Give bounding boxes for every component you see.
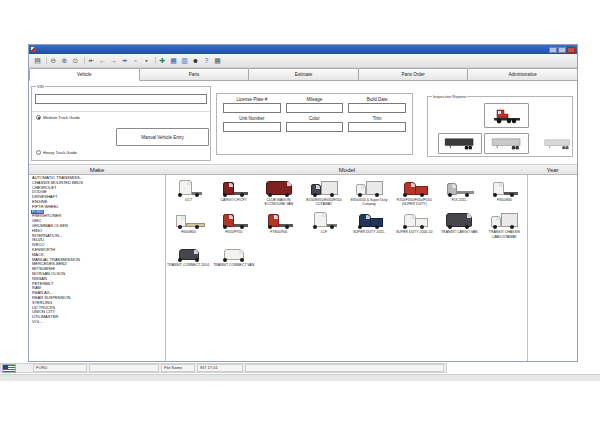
model-item[interactable]: TRANSIT CHASSIS CAB/CUTAWAY (482, 209, 527, 238)
add-vehicle-icon[interactable]: ✚ (157, 55, 168, 66)
model-item[interactable]: F250/F350/F450/F550 (SUPER DUTY) (392, 177, 437, 206)
model-label: CARGO CF/CFT (211, 197, 256, 206)
model-label: SUPER DUTY 2011- (347, 229, 392, 238)
trailer-inspection-button-3[interactable] (542, 134, 573, 153)
user-icon[interactable]: ☻ (190, 55, 201, 66)
manual-vehicle-entry-button[interactable]: Manual Vehicle Entry (116, 128, 209, 146)
model-label: TRANSIT CONNECT VAN (211, 262, 256, 271)
trailer-gray-icon (491, 137, 523, 150)
vin-panel-caption: VIN (36, 84, 45, 89)
bottom-strip (0, 374, 600, 381)
model-item[interactable]: F650/800 (482, 177, 527, 206)
model-label: F650/800 (482, 197, 527, 206)
model-item[interactable]: E350/450 & Super Duty Cutaway (347, 177, 392, 206)
mileage-field: Mileage (286, 96, 344, 115)
model-item[interactable]: FT800/900 (256, 209, 301, 238)
tab-vehicle[interactable]: Vehicle (29, 68, 140, 81)
field-input[interactable] (286, 122, 344, 132)
vin-panel: VIN Medium Truck Guide Manual Vehicle En… (31, 86, 211, 161)
tractor-icon (492, 108, 522, 124)
model-item[interactable]: UCT (166, 177, 211, 206)
vehicle-thumbnail (485, 209, 523, 229)
search-icon[interactable]: ⊙ (70, 55, 81, 66)
vin-input[interactable] (35, 94, 207, 104)
model-item[interactable]: E250/E350/E450/E550 CUTAWAY (301, 177, 346, 206)
tab-parts[interactable]: Parts (139, 68, 250, 80)
heavy-truck-guide-radio[interactable]: Heavy Truck Guide (36, 150, 77, 155)
trim-field: Trim (348, 115, 406, 134)
model-item[interactable]: LCF (301, 209, 346, 238)
title-bar (29, 45, 577, 54)
app-window: ▤⊖⊕⊙↞←→↠▫▪✚▦▥☻?▦ Vehicle Parts Estimate … (28, 44, 578, 362)
vehicle-thumbnail (215, 242, 253, 262)
close-button[interactable] (567, 47, 575, 53)
vehicle-thumbnail (395, 177, 433, 197)
report-icon[interactable]: ▥ (179, 55, 190, 66)
make-header: Make (29, 165, 165, 175)
nav-prev-icon[interactable]: ← (97, 55, 108, 66)
field-label: Color (286, 115, 344, 122)
tractor-inspection-button[interactable] (484, 103, 529, 128)
tab-bar: Vehicle Parts Estimate Parts Order Admin… (29, 68, 577, 81)
field-input[interactable] (348, 103, 406, 113)
model-item[interactable]: SUPER DUTY 2000-10 (392, 209, 437, 238)
delete-record-icon[interactable]: ▪ (141, 55, 152, 66)
selection-area: AUTOMATIC TRANSMISS... CHASSIS MOUNTED B… (29, 175, 577, 361)
calendar-icon[interactable]: ▦ (168, 55, 179, 66)
us-flag-icon (3, 365, 15, 372)
model-label: LCF (301, 229, 346, 238)
model-item[interactable]: F650/F750 (211, 209, 256, 238)
model-label: E350/450 & Super Duty Cutaway (347, 197, 392, 206)
vehicle-thumbnail (305, 209, 343, 229)
new-record-icon[interactable]: ▫ (130, 55, 141, 66)
vehicle-thumbnail (260, 209, 298, 229)
radio-icon (36, 115, 41, 120)
model-item[interactable]: TRANSIT CARGO VAN (437, 209, 482, 238)
toolbar-separator[interactable] (81, 55, 86, 66)
make-list-item[interactable]: VOL... (30, 320, 164, 325)
maximize-button[interactable] (558, 47, 566, 53)
divider (32, 111, 210, 112)
tab-estimate[interactable]: Estimate (248, 68, 359, 80)
field-label: Trim (348, 115, 406, 122)
model-item[interactable]: F600/800 (166, 209, 211, 238)
model-label: CLUB WAGON, ECONOLINE VAN (256, 197, 301, 206)
model-item[interactable]: CLUB WAGON, ECONOLINE VAN (256, 177, 301, 206)
vehicle-thumbnail (170, 177, 208, 197)
model-item[interactable]: F53 2011- (437, 177, 482, 206)
column-header-bar: Make Model Year (29, 164, 577, 175)
field-input[interactable] (223, 103, 281, 113)
trailer-inspection-button-2[interactable] (484, 133, 529, 154)
zoom-out-icon[interactable]: ⊖ (48, 55, 59, 66)
print-icon[interactable]: ▤ (32, 55, 43, 66)
make-list: AUTOMATIC TRANSMISS... CHASSIS MOUNTED B… (30, 176, 164, 360)
toolbar-separator[interactable] (43, 55, 48, 66)
model-item[interactable]: SUPER DUTY 2011- (347, 209, 392, 238)
heavy-truck-guide-label: Heavy Truck Guide (43, 150, 77, 155)
color-field: Color (286, 115, 344, 134)
field-input[interactable] (348, 122, 406, 132)
minimize-button[interactable] (549, 47, 557, 53)
toolbar-separator[interactable] (152, 55, 157, 66)
model-label: SUPER DUTY 2000-10 (392, 229, 437, 238)
help-icon[interactable]: ? (201, 55, 212, 66)
unit-number-field: Unit Number (223, 115, 281, 134)
model-item[interactable]: TRANSIT CONNECT VAN (211, 242, 256, 271)
app-icon (31, 47, 36, 52)
trailer-inspection-button-1[interactable] (438, 133, 482, 154)
nav-first-icon[interactable]: ↞ (86, 55, 97, 66)
model-item[interactable]: CARGO CF/CFT (211, 177, 256, 206)
tab-parts-order[interactable]: Parts Order (358, 68, 469, 80)
zoom-in-icon[interactable]: ⊕ (59, 55, 70, 66)
model-grid: UCT CARGO CF/CFT CLUB WAGON, ECONOLINE V… (166, 177, 527, 360)
nav-last-icon[interactable]: ↠ (119, 55, 130, 66)
field-input[interactable] (286, 103, 344, 113)
model-item[interactable]: TRANSIT CONNECT 2014- (166, 242, 211, 271)
grid-icon[interactable]: ▦ (212, 55, 223, 66)
toolbar: ▤⊖⊕⊙↞←→↠▫▪✚▦▥☻?▦ (29, 54, 577, 68)
tab-administrative[interactable]: Administrative (467, 68, 578, 80)
vehicle-thumbnail (305, 177, 343, 197)
nav-next-icon[interactable]: → (108, 55, 119, 66)
field-input[interactable] (223, 122, 281, 132)
medium-truck-guide-radio[interactable]: Medium Truck Guide (36, 115, 80, 120)
